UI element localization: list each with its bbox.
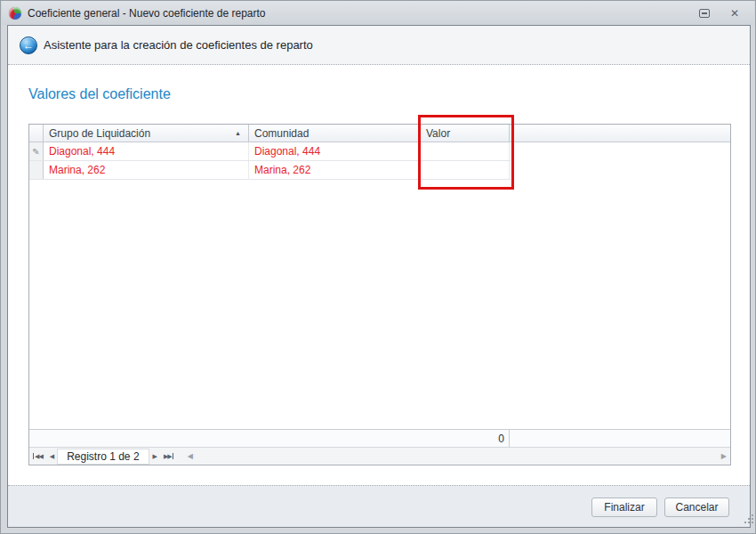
dialog-client-area: ← Asistente para la creación de coeficie… (7, 25, 751, 528)
nav-prev-icon: ◀ (50, 453, 53, 460)
table-row: ✎ Diagonal, 444 Diagonal, 444 (29, 142, 511, 161)
nav-first-button[interactable]: ◀◀ (29, 448, 46, 465)
finalizar-button[interactable]: Finalizar (591, 498, 657, 517)
nav-last-button[interactable]: ▶▶ (160, 448, 177, 465)
nav-prev-button[interactable]: ◀ (46, 448, 57, 465)
cell-valor[interactable] (421, 142, 510, 160)
column-header-label: Comunidad (254, 127, 309, 140)
section-title: Valores del coeficiente (28, 86, 171, 102)
grid-header-row: Grupo de Liquidación ▲ Comunidad Valor (29, 125, 730, 142)
column-header-label: Valor (426, 127, 450, 140)
record-navigator: ◀◀ ◀ Registro 1 de 2 ▶ ▶▶ ◀ ▶ (29, 447, 730, 465)
column-header-label: Grupo de Liquidación (49, 127, 150, 140)
grid-header-filler (510, 125, 730, 142)
titlebar: Coeficiente general - Nuevo coeficiente … (2, 1, 754, 25)
back-arrow-icon: ← (23, 40, 34, 51)
back-button[interactable]: ← (20, 36, 37, 54)
hscroll-right-button[interactable]: ▶ (721, 452, 727, 460)
nav-last-icon: ▶▶ (164, 453, 172, 460)
resize-grip[interactable] (744, 522, 746, 523)
summary-filler (510, 430, 730, 447)
column-header-comunidad[interactable]: Comunidad (249, 125, 421, 142)
summary-valor-total: 0 (421, 430, 510, 447)
close-icon: ✕ (730, 8, 739, 19)
dialog-window: Coeficiente general - Nuevo coeficiente … (0, 0, 756, 534)
hscroll-left-button[interactable]: ◀ (184, 448, 197, 465)
wizard-header: ← Asistente para la creación de coeficie… (8, 26, 750, 65)
sort-asc-icon: ▲ (235, 130, 241, 136)
cell-comunidad[interactable]: Marina, 262 (249, 161, 421, 179)
close-window-button[interactable]: ✕ (728, 7, 742, 20)
nav-next-icon: ▶ (153, 453, 157, 460)
record-count-label: Registro 1 de 2 (57, 449, 149, 465)
scroll-left-icon: ◀ (188, 452, 193, 460)
row-indicator (29, 161, 44, 179)
grid-summary-row: 0 (29, 429, 730, 447)
wizard-header-title: Asistente para la creación de coeficient… (44, 38, 313, 52)
cell-valor[interactable] (421, 161, 510, 179)
restore-window-icon (699, 9, 710, 18)
summary-spacer (29, 430, 421, 447)
table-row: Marina, 262 Marina, 262 (29, 161, 511, 180)
cell-grupo[interactable]: Marina, 262 (44, 161, 249, 179)
coefficient-values-grid: Grupo de Liquidación ▲ Comunidad Valor ✎… (28, 124, 731, 465)
grid-header-indicator (29, 125, 44, 142)
row-edit-indicator: ✎ (29, 142, 44, 160)
cancelar-button[interactable]: Cancelar (664, 498, 729, 517)
edit-pencil-icon: ✎ (32, 147, 39, 157)
grid-empty-area (29, 180, 730, 429)
cell-comunidad[interactable]: Diagonal, 444 (249, 142, 421, 160)
bottom-button-bar: Finalizar Cancelar (8, 485, 750, 527)
column-header-grupo-liquidacion[interactable]: Grupo de Liquidación ▲ (44, 125, 249, 142)
restore-window-button[interactable] (697, 7, 712, 20)
nav-next-button[interactable]: ▶ (149, 448, 160, 465)
column-header-valor[interactable]: Valor (421, 125, 510, 142)
cell-grupo[interactable]: Diagonal, 444 (44, 142, 249, 160)
app-pie-icon (9, 7, 21, 20)
nav-first-icon: ◀◀ (35, 453, 43, 460)
scroll-right-icon: ▶ (721, 452, 727, 460)
window-title: Coeficiente general - Nuevo coeficiente … (28, 7, 266, 20)
